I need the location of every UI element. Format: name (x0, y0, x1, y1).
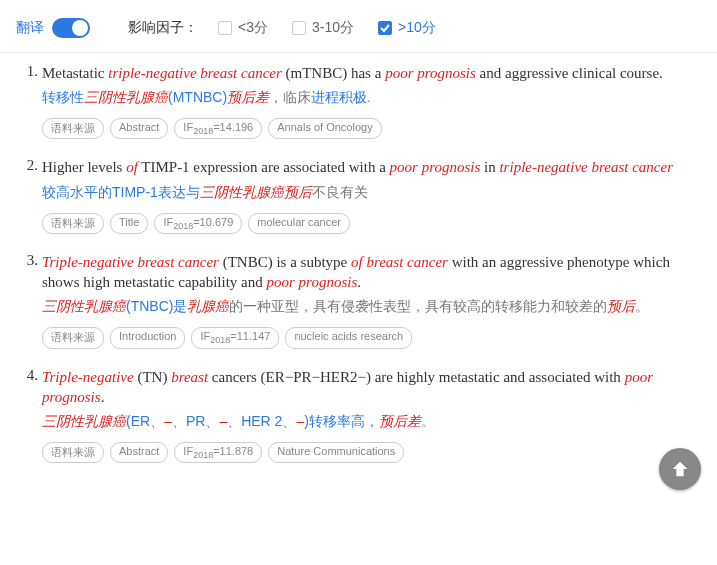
checkbox-icon (218, 21, 232, 35)
tag-source[interactable]: 语料来源 (42, 213, 104, 234)
result-tags: 语料来源AbstractIF2018=11.878Nature Communic… (42, 442, 697, 463)
tag-impact-factor[interactable]: IF2018=10.679 (154, 213, 242, 234)
result-tags: 语料来源TitleIF2018=10.679molecular cancer (42, 213, 697, 234)
impact-factor-label: 影响因子： (128, 19, 198, 37)
tag-section[interactable]: Title (110, 213, 148, 234)
tag-source[interactable]: 语料来源 (42, 327, 104, 348)
filter-header: 翻译 影响因子： <3分3-10分>10分 (0, 10, 717, 53)
checkbox-icon (378, 21, 392, 35)
checkbox-icon (292, 21, 306, 35)
tag-impact-factor[interactable]: IF2018=11.878 (174, 442, 262, 463)
result-tags: 语料来源AbstractIF2018=14.196Annals of Oncol… (42, 118, 697, 139)
result-chinese: 三阴性乳腺癌(TNBC)是乳腺癌的一种亚型，具有侵袭性表型，具有较高的转移能力和… (42, 296, 697, 317)
tag-impact-factor[interactable]: IF2018=11.147 (191, 327, 279, 348)
tag-impact-factor[interactable]: IF2018=14.196 (174, 118, 262, 139)
scroll-to-top-button[interactable] (659, 448, 701, 490)
filter-option-0[interactable]: <3分 (218, 19, 268, 37)
tag-journal[interactable]: Annals of Oncology (268, 118, 381, 139)
result-number: 4. (20, 367, 42, 464)
result-chinese: 三阴性乳腺癌(ER、–、PR、–、HER 2、–)转移率高，预后差。 (42, 411, 697, 432)
filter-option-1[interactable]: 3-10分 (292, 19, 354, 37)
result-number: 1. (20, 63, 42, 139)
translate-toggle[interactable] (52, 18, 90, 38)
result-number: 3. (20, 252, 42, 349)
tag-section[interactable]: Abstract (110, 442, 168, 463)
filter-option-label: 3-10分 (312, 19, 354, 37)
tag-section[interactable]: Abstract (110, 118, 168, 139)
result-english: Metastatic triple-negative breast cancer… (42, 63, 697, 83)
results-list: 1.Metastatic triple-negative breast canc… (0, 53, 717, 485)
result-english: Triple-negative breast cancer (TNBC) is … (42, 252, 697, 293)
filter-option-label: >10分 (398, 19, 436, 37)
result-number: 2. (20, 157, 42, 233)
arrow-up-icon (669, 458, 691, 480)
result-english: Triple-negative (TN) breast cancers (ER−… (42, 367, 697, 408)
tag-journal[interactable]: Nature Communications (268, 442, 404, 463)
tag-source[interactable]: 语料来源 (42, 442, 104, 463)
filter-option-2[interactable]: >10分 (378, 19, 436, 37)
tag-journal[interactable]: nucleic acids research (285, 327, 412, 348)
result-chinese: 转移性三阴性乳腺癌(MTNBC)预后差，临床进程积极. (42, 87, 697, 108)
result-item: 3.Triple-negative breast cancer (TNBC) i… (20, 252, 697, 349)
result-item: 1.Metastatic triple-negative breast canc… (20, 63, 697, 139)
filter-option-label: <3分 (238, 19, 268, 37)
result-chinese: 较高水平的TIMP-1表达与三阴性乳腺癌预后不良有关 (42, 182, 697, 203)
result-english: Higher levels of TIMP-1 expression are a… (42, 157, 697, 177)
tag-section[interactable]: Introduction (110, 327, 185, 348)
result-item: 4.Triple-negative (TN) breast cancers (E… (20, 367, 697, 464)
translate-label: 翻译 (16, 19, 44, 37)
result-item: 2.Higher levels of TIMP-1 expression are… (20, 157, 697, 233)
result-tags: 语料来源IntroductionIF2018=11.147nucleic aci… (42, 327, 697, 348)
tag-source[interactable]: 语料来源 (42, 118, 104, 139)
tag-journal[interactable]: molecular cancer (248, 213, 350, 234)
